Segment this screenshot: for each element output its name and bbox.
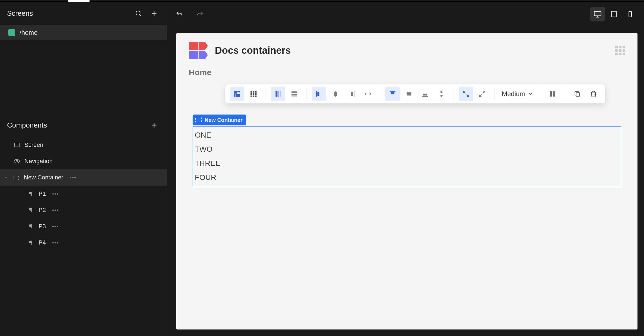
svg-rect-56	[576, 93, 580, 96]
svg-rect-34	[317, 92, 319, 96]
add-screen-button[interactable]	[148, 8, 160, 19]
tree-node-p1[interactable]: P1	[0, 186, 167, 202]
justify-center-button[interactable]	[328, 87, 343, 101]
svg-rect-31	[292, 94, 297, 95]
align-bottom-button[interactable]	[418, 87, 432, 101]
svg-line-1	[140, 15, 141, 16]
svg-rect-21	[251, 93, 252, 95]
svg-rect-16	[234, 94, 236, 97]
svg-rect-20	[255, 91, 257, 93]
tree-node-navigation[interactable]: Navigation	[0, 153, 167, 169]
align-stretch-button[interactable]	[434, 87, 449, 101]
add-component-button[interactable]	[148, 119, 160, 131]
tree-node-new-container[interactable]: New Container	[0, 169, 167, 186]
undo-button[interactable]	[174, 8, 185, 20]
more-icon[interactable]	[52, 242, 58, 243]
eye-icon	[13, 157, 21, 165]
layout-grid-button[interactable]	[246, 87, 261, 101]
svg-rect-9	[594, 11, 601, 16]
gap-size-select[interactable]: Medium	[498, 90, 537, 98]
layout-flex-button[interactable]	[230, 87, 244, 101]
svg-rect-41	[390, 91, 396, 92]
device-desktop-button[interactable]	[590, 7, 605, 21]
svg-rect-19	[253, 91, 254, 93]
tree-node-p3[interactable]: P3	[0, 218, 167, 234]
breadcrumb-row: Home	[176, 63, 637, 85]
direction-row-button[interactable]	[287, 87, 302, 101]
more-icon[interactable]	[52, 226, 58, 227]
paragraph-four[interactable]: FOUR	[193, 170, 621, 185]
justify-end-button[interactable]	[344, 87, 359, 101]
svg-rect-45	[422, 96, 428, 97]
svg-rect-24	[251, 96, 252, 97]
workspace: Docs containers Home	[167, 2, 644, 336]
device-mobile-button[interactable]	[623, 7, 637, 21]
components-tree: Screen Navigation New Container	[0, 137, 167, 336]
tree-node-p4[interactable]: P4	[0, 234, 167, 251]
paragraph-icon	[27, 239, 35, 246]
svg-rect-6	[14, 143, 19, 147]
svg-rect-27	[276, 91, 278, 97]
svg-rect-46	[423, 94, 427, 96]
screen-item-label: /home	[20, 29, 38, 36]
svg-rect-37	[354, 91, 354, 97]
more-icon[interactable]	[52, 210, 58, 211]
svg-point-7	[16, 160, 18, 162]
svg-rect-28	[278, 91, 279, 97]
grow-button[interactable]	[475, 87, 490, 101]
search-icon[interactable]	[133, 8, 144, 19]
breadcrumb[interactable]: Home	[189, 68, 211, 77]
top-strip	[0, 0, 644, 2]
svg-rect-44	[407, 92, 411, 96]
tree-node-label: Navigation	[24, 158, 53, 165]
justify-stretch-button[interactable]	[361, 87, 375, 101]
svg-rect-55	[553, 94, 555, 97]
sidebar: Screens /home Components	[0, 2, 167, 336]
tree-node-p2[interactable]: P2	[0, 202, 167, 218]
screen-item-home[interactable]: /home	[0, 25, 167, 40]
delete-button[interactable]	[586, 87, 601, 101]
app-logo	[189, 41, 208, 60]
justify-start-button[interactable]	[312, 87, 326, 101]
tree-node-label: Screen	[24, 141, 43, 148]
paragraph-one[interactable]: ONE	[193, 128, 621, 142]
container-dashed-icon	[195, 117, 202, 123]
direction-column-button[interactable]	[271, 87, 285, 101]
duplicate-button[interactable]	[570, 87, 585, 101]
screen-rect-icon	[13, 141, 21, 149]
workspace-toolbar	[167, 2, 644, 27]
svg-rect-38	[351, 92, 353, 96]
paragraph-three[interactable]: THREE	[193, 156, 621, 170]
paragraph-icon	[27, 190, 35, 198]
device-tablet-button[interactable]	[607, 7, 621, 21]
screens-title: Screens	[7, 9, 33, 18]
svg-rect-14	[234, 91, 237, 94]
svg-rect-23	[255, 93, 257, 95]
components-header: Components	[0, 113, 167, 137]
align-middle-button[interactable]	[401, 87, 416, 101]
gap-size-label: Medium	[502, 90, 525, 98]
align-top-button[interactable]	[385, 87, 400, 101]
selection-tag[interactable]: New Container	[193, 115, 246, 125]
chevron-down-icon[interactable]	[4, 176, 9, 179]
svg-rect-15	[237, 91, 240, 93]
selected-container[interactable]: ONE TWO THREE FOUR	[193, 126, 621, 187]
screens-header: Screens	[0, 2, 167, 25]
layout-toolbar[interactable]: Medium	[225, 84, 605, 104]
screens-spacer	[0, 40, 167, 113]
svg-rect-22	[253, 93, 254, 95]
shrink-button[interactable]	[459, 87, 473, 101]
tree-node-screen[interactable]: Screen	[0, 137, 167, 153]
paragraph-two[interactable]: TWO	[193, 142, 621, 156]
more-icon[interactable]	[52, 193, 58, 195]
svg-rect-25	[253, 96, 254, 97]
redo-button[interactable]	[194, 8, 206, 20]
tree-node-label: New Container	[24, 174, 63, 181]
app-menu-icon[interactable]	[615, 46, 625, 55]
svg-rect-33	[316, 91, 317, 97]
tree-node-label: P2	[39, 207, 46, 214]
canvas[interactable]: Docs containers Home	[176, 33, 637, 329]
more-icon[interactable]	[70, 177, 76, 178]
padding-button[interactable]	[545, 87, 560, 101]
svg-rect-13	[629, 11, 632, 17]
